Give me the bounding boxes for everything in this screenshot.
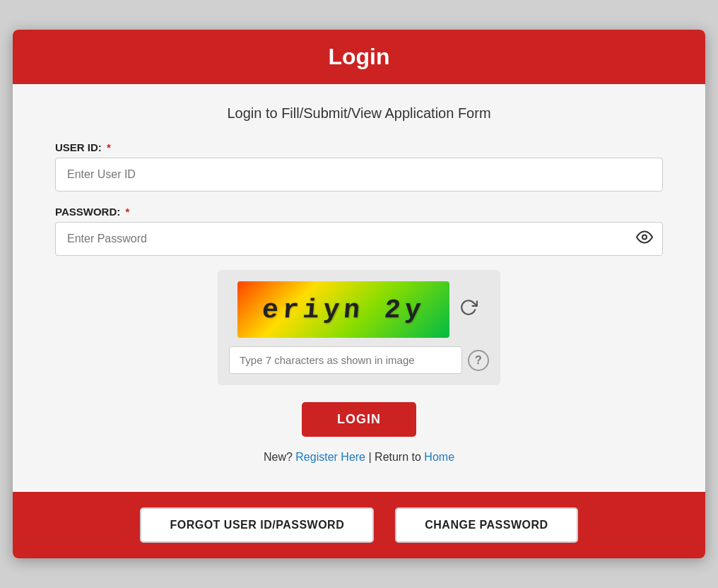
captcha-image: eriyn 2y [237,281,449,338]
captcha-refresh-button[interactable] [457,295,481,324]
captcha-image-row: eriyn 2y [237,281,481,338]
change-password-button[interactable]: CHANGE PASSWORD [395,507,577,543]
user-id-input[interactable] [55,158,663,192]
login-modal: Login Login to Fill/Submit/View Applicat… [13,30,705,558]
captcha-characters: eriyn 2y [261,295,426,325]
bottom-links: New? Register Here | Return to Home [55,451,663,464]
password-label: PASSWORD: * [55,206,663,218]
captcha-section: eriyn 2y ? [218,270,500,385]
new-user-text: New? [264,451,293,463]
captcha-input-row: ? [229,346,489,374]
register-link[interactable]: Register Here [295,451,365,463]
password-group: PASSWORD: * [55,206,663,256]
password-input[interactable] [55,222,663,256]
user-id-group: USER ID: * [55,141,663,192]
home-link[interactable]: Home [424,451,454,463]
modal-footer: FORGOT USER ID/PASSWORD CHANGE PASSWORD [13,492,705,558]
captcha-help-button[interactable]: ? [468,350,489,371]
login-button[interactable]: LOGIN [302,402,416,437]
user-id-required: * [107,141,111,153]
modal-header: Login [13,30,705,84]
modal-body: Login to Fill/Submit/View Application Fo… [13,84,705,492]
form-subtitle: Login to Fill/Submit/View Application Fo… [55,105,663,122]
password-required: * [125,206,129,218]
forgot-password-button[interactable]: FORGOT USER ID/PASSWORD [140,507,374,543]
user-id-label: USER ID: * [55,141,663,153]
return-text: | Return to [368,451,420,463]
toggle-password-icon[interactable] [636,229,653,249]
modal-title: Login [13,44,705,70]
svg-point-0 [642,235,647,240]
captcha-input[interactable] [229,346,462,374]
password-wrapper [55,222,663,256]
